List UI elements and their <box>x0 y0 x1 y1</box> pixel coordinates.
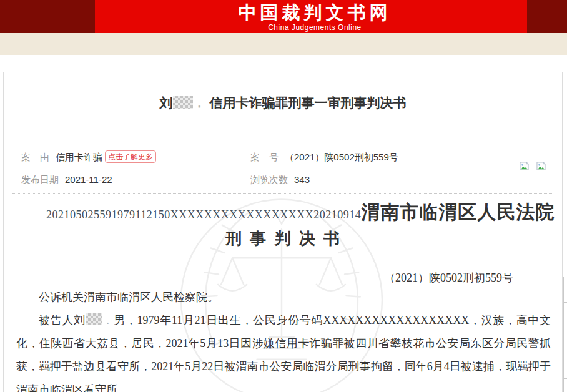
defendant-text: 男，1979年11月21日出生，公民身份号码XXXXXXXXXXXXXXXXXX… <box>16 314 551 392</box>
broken-image-icon[interactable] <box>520 162 529 170</box>
toolbar-divider <box>564 302 567 303</box>
redaction-mosaic <box>173 96 193 109</box>
doc-id-line: 202105025591979112150XXXXXXXXXXXXXXXXX20… <box>16 200 551 225</box>
redaction-dot: ． <box>193 96 206 110</box>
case-metadata: 案 由信用卡诈骗点击了解更多 案 号（2021）陕0502刑初559号 发布日期… <box>4 148 562 189</box>
doc-id-number: 202105025591979112150XXXXXXXXXXXXXXXXX20… <box>46 208 361 221</box>
dotted-divider <box>12 193 553 194</box>
cause-value: 信用卡诈骗 <box>56 152 102 162</box>
court-name: 渭南市临渭区人民法院 <box>361 202 555 222</box>
floating-side-toolbar[interactable] <box>563 277 567 392</box>
view-count-label: 浏览次数 <box>250 174 288 185</box>
publish-date-value: 2021-11-22 <box>65 174 112 185</box>
page-title: 刘． 信用卡诈骗罪刑事一审刑事判决书 <box>4 94 562 112</box>
case-number-value: （2021）陕0502刑初559号 <box>285 152 398 162</box>
doc-type-heading: 刑 事 判 决 书 <box>16 228 551 250</box>
case-number-label: 案 号 <box>250 152 279 162</box>
site-banner: 中国裁判文书网 China Judgements Online <box>0 0 567 33</box>
paragraph-defendant: 被告人刘．男，1979年11月21日出生，公民身份号码XXXXXXXXXXXXX… <box>16 309 551 392</box>
judgement-text: 202105025591979112150XXXXXXXXXXXXXXXXX20… <box>4 200 562 392</box>
page-title-name: 刘 <box>160 96 173 110</box>
cause-label: 案 由 <box>21 152 49 162</box>
broken-image-icon[interactable] <box>536 162 546 170</box>
view-count-value: 343 <box>294 174 310 185</box>
publish-date-label: 发布日期 <box>21 174 59 185</box>
doc-action-icons <box>515 162 546 172</box>
learn-more-badge[interactable]: 点击了解更多 <box>105 150 156 163</box>
defendant-prefix: 被告人刘 <box>39 314 86 326</box>
case-number-line: （2021）陕0502刑初559号 <box>16 270 551 286</box>
sub-banner-strip <box>0 33 567 55</box>
paragraph-prosecutor: 公诉机关渭南市临渭区人民检察院。 <box>16 286 551 309</box>
redaction-dot: ． <box>102 314 114 326</box>
toolbar-divider <box>564 378 567 379</box>
site-logo-subtitle: China Judgements Online <box>62 24 567 32</box>
page-title-text: 信用卡诈骗罪刑事一审刑事判决书 <box>209 96 406 110</box>
site-logo-title[interactable]: 中国裁判文书网 <box>62 0 567 24</box>
redaction-mosaic <box>86 313 102 325</box>
judgement-card: 刘． 信用卡诈骗罪刑事一审刑事判决书 案 由信用卡诈骗点击了解更多 案 号（20… <box>3 72 563 392</box>
